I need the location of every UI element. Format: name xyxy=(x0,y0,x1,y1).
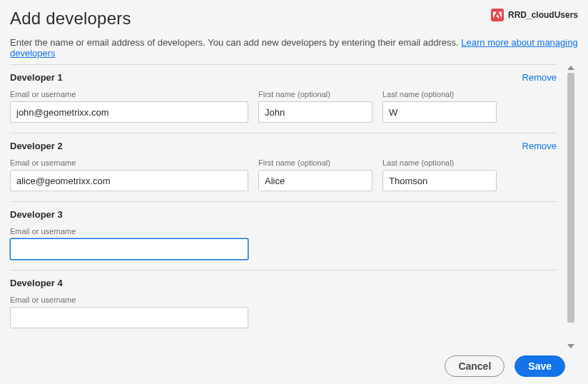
developer-heading: Developer 4 xyxy=(10,278,63,288)
last-name-label: Last name (optional) xyxy=(382,90,497,98)
email-input[interactable] xyxy=(10,307,248,328)
subtitle: Enter the name or email address of devel… xyxy=(10,37,578,59)
save-button[interactable]: Save xyxy=(514,355,565,377)
page-title: Add developers xyxy=(10,9,131,29)
first-name-label: First name (optional) xyxy=(258,158,372,167)
developer-block: Developer 3Email or username xyxy=(10,201,557,270)
developer-block: Developer 4Email or username xyxy=(10,270,557,338)
adobe-icon xyxy=(491,9,504,21)
org-name: RRD_cloudUsers xyxy=(508,10,578,20)
scroll-thumb[interactable] xyxy=(567,73,574,323)
developer-heading: Developer 1 xyxy=(10,72,63,83)
scrollbar[interactable] xyxy=(565,64,577,350)
last-name-label: Last name (optional) xyxy=(382,158,497,167)
last-name-input[interactable] xyxy=(382,170,497,191)
email-input[interactable] xyxy=(10,101,248,123)
remove-link[interactable]: Remove xyxy=(522,141,557,151)
email-input[interactable] xyxy=(10,238,248,260)
last-name-input[interactable] xyxy=(382,101,497,123)
email-label: Email or username xyxy=(10,90,248,98)
developer-heading: Developer 2 xyxy=(10,141,63,151)
developer-block: Developer 2RemoveEmail or usernameFirst … xyxy=(10,133,557,201)
scroll-down-icon[interactable] xyxy=(567,344,574,348)
subtitle-text: Enter the name or email address of devel… xyxy=(10,37,461,48)
email-label: Email or username xyxy=(10,295,248,304)
email-label: Email or username xyxy=(10,158,248,167)
first-name-input[interactable] xyxy=(258,101,372,123)
org-tag: RRD_cloudUsers xyxy=(491,9,578,21)
developer-heading: Developer 3 xyxy=(10,209,63,220)
first-name-input[interactable] xyxy=(258,170,372,191)
email-label: Email or username xyxy=(10,227,248,236)
scroll-up-icon[interactable] xyxy=(567,66,574,70)
email-input[interactable] xyxy=(10,170,248,191)
developer-block: Developer 1RemoveEmail or usernameFirst … xyxy=(10,64,557,133)
cancel-button[interactable]: Cancel xyxy=(445,355,505,377)
remove-link[interactable]: Remove xyxy=(522,72,557,83)
first-name-label: First name (optional) xyxy=(258,90,372,98)
